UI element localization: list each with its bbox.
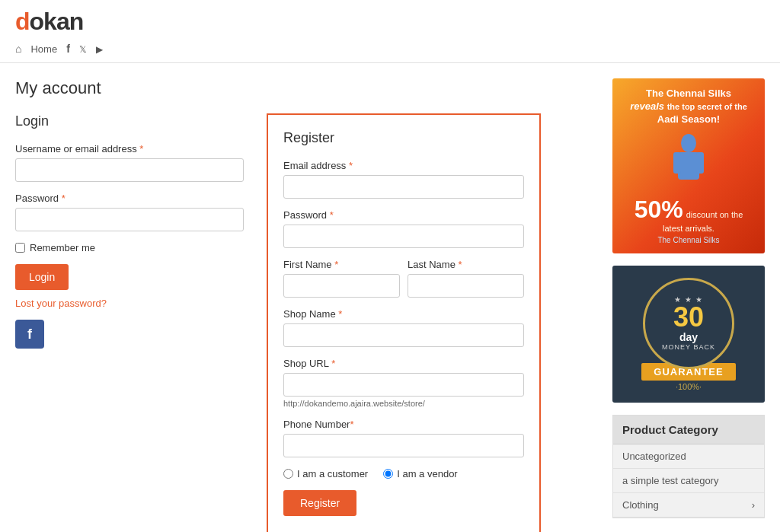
login-section-title: Login (15, 113, 244, 129)
logo-d: d (15, 8, 30, 35)
shop-url-required: * (331, 358, 335, 369)
ad-banner: The Chennai Silks reveals the top secret… (612, 78, 765, 253)
product-category-box: Product Category Uncategorized a simple … (612, 415, 765, 518)
shop-url-hint: http://dokandemo.ajaira.website/store/ (283, 399, 524, 408)
register-password-label: Password * (283, 209, 524, 221)
svg-rect-1 (678, 152, 699, 180)
shop-name-input[interactable] (283, 323, 524, 347)
login-password-input[interactable] (15, 208, 244, 231)
nav-home-link[interactable]: Home (30, 43, 57, 55)
ad-title: The Chennai Silks reveals the top secret… (630, 88, 747, 126)
shop-url-label: Shop URL * (283, 358, 524, 369)
content-area: My account Login Username or email addre… (15, 78, 597, 532)
nav-twitter-link[interactable] (79, 43, 87, 55)
list-item: Clothing › (613, 493, 764, 518)
category-uncategorized[interactable]: Uncategorized (613, 444, 764, 468)
phone-input[interactable] (283, 434, 524, 457)
first-name-group: First Name * (283, 259, 400, 298)
username-label: Username or email address * (15, 143, 244, 155)
ad-banner-inner: The Chennai Silks reveals the top secret… (622, 80, 755, 252)
register-password-group: Password * (283, 209, 524, 248)
youtube-icon (96, 43, 103, 55)
vendor-label: I am a vendor (397, 468, 458, 479)
last-name-input[interactable] (408, 274, 524, 298)
svg-rect-3 (696, 152, 704, 174)
page-title: My account (15, 78, 597, 98)
nav-facebook-link[interactable] (66, 43, 70, 55)
username-input[interactable] (15, 158, 244, 182)
remember-me-label: Remember me (30, 242, 95, 253)
login-password-label: Password * (15, 193, 244, 204)
badge-percent: ·100%· (676, 382, 702, 391)
name-fields-group: First Name * Last Name * (283, 259, 524, 308)
badge-days: 30 (673, 304, 704, 331)
account-columns: Login Username or email address * Passwo… (15, 113, 597, 532)
site-logo: dokan (15, 9, 765, 38)
register-box: Register Email address * Password * (267, 113, 541, 532)
username-required: * (139, 143, 143, 155)
login-password-required: * (62, 193, 66, 204)
shop-name-group: Shop Name * (283, 308, 524, 347)
sidebar: The Chennai Silks reveals the top secret… (612, 78, 765, 532)
register-password-input[interactable] (283, 225, 524, 248)
first-name-input[interactable] (283, 274, 400, 298)
login-facebook-button[interactable]: f (15, 320, 44, 349)
phone-label: Phone Number* (283, 419, 524, 430)
ad-brand: The Chennai Silks (630, 236, 747, 244)
register-button[interactable]: Register (283, 490, 356, 516)
last-name-group: Last Name * (408, 259, 524, 298)
category-clothing[interactable]: Clothing › (613, 493, 764, 517)
username-group: Username or email address * (15, 143, 244, 182)
list-item: Uncategorized (613, 444, 764, 469)
login-button[interactable]: Login (15, 264, 69, 290)
vendor-radio[interactable] (383, 469, 393, 479)
ad-arrivals: latest arrivals. (630, 224, 747, 233)
product-category-list: Uncategorized a simple test category Clo… (613, 444, 764, 518)
last-name-label: Last Name * (408, 259, 524, 270)
svg-point-0 (681, 134, 696, 152)
phone-required: * (350, 419, 353, 430)
login-fb-label: f (27, 327, 32, 342)
register-column: Register Email address * Password * (267, 113, 541, 532)
register-password-required: * (330, 209, 334, 221)
site-nav: Home (15, 38, 765, 62)
logo-rest: okan (30, 8, 84, 35)
register-section-title: Register (283, 130, 524, 146)
email-group: Email address * (283, 160, 524, 199)
list-item: a simple test category (613, 469, 764, 493)
product-category-title: Product Category (613, 416, 764, 444)
main-wrapper: My account Login Username or email addre… (0, 63, 780, 532)
twitter-icon (79, 43, 87, 55)
badge-money-back: MONEY BACK (662, 343, 715, 351)
shop-url-group: Shop URL * http://dokandemo.ajaira.websi… (283, 358, 524, 408)
remember-me-group: Remember me (15, 242, 244, 253)
ad-person-svg (666, 132, 711, 193)
login-column: Login Username or email address * Passwo… (15, 113, 244, 532)
shop-name-label: Shop Name * (283, 308, 524, 320)
role-radio-group: I am a customer I am a vendor (283, 468, 524, 479)
first-name-label: First Name * (283, 259, 400, 270)
customer-radio[interactable] (283, 469, 293, 479)
phone-group: Phone Number* (283, 419, 524, 457)
shop-url-input[interactable] (283, 373, 524, 397)
lost-password-link[interactable]: Lost your password? (15, 298, 244, 309)
vendor-radio-label[interactable]: I am a vendor (383, 468, 458, 479)
shop-name-required: * (338, 308, 342, 320)
nav-youtube-link[interactable] (96, 43, 103, 55)
remember-me-checkbox[interactable] (15, 243, 25, 253)
category-simple-test[interactable]: a simple test category (613, 469, 764, 492)
guarantee-badge: ★ ★ ★ 30 day MONEY BACK GUARANTEE ·100%· (641, 278, 735, 391)
svg-rect-2 (673, 152, 681, 174)
home-icon (15, 43, 21, 55)
badge-day-text: day (679, 331, 698, 343)
email-input[interactable] (283, 175, 524, 199)
guarantee-box: ★ ★ ★ 30 day MONEY BACK GUARANTEE ·100%· (612, 266, 765, 403)
ad-discount: 50% discount on the (630, 196, 747, 224)
ad-figure (630, 132, 747, 196)
last-name-required: * (459, 259, 462, 270)
facebook-icon (66, 43, 70, 55)
badge-circle: ★ ★ ★ 30 day MONEY BACK (643, 278, 734, 369)
site-header: dokan Home (0, 0, 780, 63)
customer-radio-label[interactable]: I am a customer (283, 468, 368, 479)
first-name-required: * (334, 259, 338, 270)
